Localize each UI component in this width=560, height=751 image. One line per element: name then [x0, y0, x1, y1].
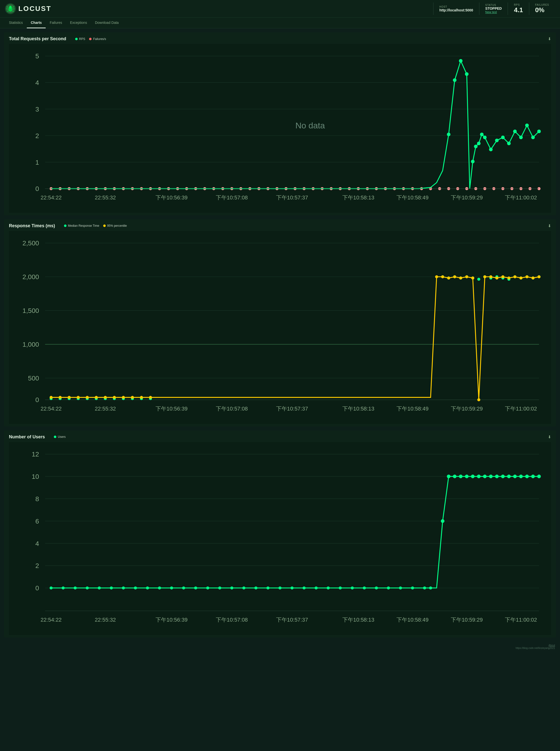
svg-text:下午10:58:13: 下午10:58:13: [342, 406, 375, 412]
svg-point-238: [441, 519, 445, 523]
svg-text:1: 1: [36, 159, 39, 166]
svg-point-208: [86, 586, 89, 589]
svg-point-85: [477, 141, 481, 145]
users-chart-header: Number of Users Users ⬇: [9, 435, 551, 440]
rps-legend-rps-label: RPS: [79, 37, 85, 41]
svg-text:下午10:58:49: 下午10:58:49: [397, 194, 428, 201]
svg-text:22:55:32: 22:55:32: [95, 617, 116, 623]
svg-text:下午10:56:39: 下午10:56:39: [156, 406, 187, 412]
response-download-icon[interactable]: ⬇: [548, 224, 551, 228]
svg-text:0: 0: [36, 584, 39, 592]
footer-about[interactable]: About: [548, 644, 555, 647]
svg-point-236: [423, 586, 426, 589]
svg-point-93: [519, 136, 523, 139]
svg-text:2,000: 2,000: [23, 273, 39, 281]
svg-text:22:54:22: 22:54:22: [40, 194, 62, 201]
svg-text:下午10:56:39: 下午10:56:39: [156, 194, 187, 201]
svg-point-248: [501, 475, 505, 478]
users-legend-users: Users: [54, 435, 65, 439]
users-chart-svg: 12 10 8 6 4 2 0: [9, 442, 551, 635]
svg-point-91: [507, 141, 511, 145]
tab-statistics[interactable]: Statistics: [5, 18, 27, 28]
svg-point-225: [291, 586, 294, 589]
svg-point-84: [474, 145, 478, 148]
svg-text:下午10:58:13: 下午10:58:13: [342, 194, 375, 201]
svg-point-173: [501, 275, 504, 278]
svg-point-246: [489, 475, 493, 478]
svg-point-172: [495, 276, 498, 280]
svg-point-83: [471, 160, 475, 163]
svg-point-167: [465, 275, 468, 278]
svg-text:1,500: 1,500: [23, 307, 39, 314]
svg-point-166: [459, 276, 462, 280]
svg-point-81: [459, 59, 463, 63]
svg-text:下午10:57:08: 下午10:57:08: [216, 617, 248, 623]
logo-area: LOCUST: [5, 3, 52, 14]
svg-point-90: [501, 136, 505, 139]
svg-point-179: [537, 275, 540, 278]
svg-point-162: [435, 275, 438, 278]
svg-text:下午10:57:37: 下午10:57:37: [276, 194, 308, 201]
rps-legend-failures-label: Failures/s: [93, 37, 106, 41]
rps-chart-svg: 5 4 3 2 1 0 No data: [9, 44, 551, 213]
status-value: STOPPED: [485, 6, 502, 11]
svg-text:下午10:57:08: 下午10:57:08: [216, 194, 248, 201]
svg-point-249: [507, 475, 511, 478]
svg-text:3: 3: [36, 105, 39, 113]
svg-point-175: [513, 275, 516, 278]
users-download-icon[interactable]: ⬇: [548, 435, 551, 439]
svg-point-213: [146, 586, 149, 589]
tab-exceptions[interactable]: Exceptions: [66, 18, 91, 28]
tab-failures[interactable]: Failures: [46, 18, 66, 28]
svg-text:下午11:00:02: 下午11:00:02: [505, 617, 537, 623]
svg-text:8: 8: [36, 495, 39, 503]
response-chart-header: Response Times (ms) Median Response Time…: [9, 223, 551, 229]
users-chart-card: Number of Users Users ⬇: [4, 430, 556, 637]
rps-legend-failures: Failures/s: [89, 37, 106, 41]
svg-text:22:55:32: 22:55:32: [95, 406, 116, 412]
rps-chart-header: Total Requests per Second RPS Failures/s…: [9, 36, 551, 41]
svg-point-94: [525, 123, 529, 127]
svg-text:6: 6: [36, 517, 39, 525]
svg-point-95: [531, 136, 535, 139]
rps-legend-rps: RPS: [75, 37, 85, 41]
svg-point-241: [459, 475, 463, 478]
svg-point-226: [303, 586, 306, 589]
svg-point-228: [327, 586, 330, 589]
failures-label: FAILURES: [535, 3, 549, 6]
tab-download-data[interactable]: Download Data: [91, 18, 123, 28]
svg-point-234: [399, 586, 402, 589]
host-block: HOST http://localhost:5000: [433, 2, 479, 15]
svg-text:0: 0: [36, 185, 39, 192]
svg-text:22:55:32: 22:55:32: [95, 194, 116, 201]
svg-text:下午10:58:13: 下午10:58:13: [342, 617, 375, 623]
footer: About https://blog.csdn.net/linzieyang20…: [0, 641, 560, 652]
svg-text:5: 5: [36, 52, 39, 60]
header: LOCUST HOST http://localhost:5000 STATUS…: [0, 0, 560, 18]
svg-point-177: [525, 275, 528, 278]
response-chart-container: 2,500 2,000 1,500 1,000 500 0: [9, 231, 551, 424]
users-chart-container: 12 10 8 6 4 2 0: [9, 442, 551, 635]
svg-point-220: [230, 586, 233, 589]
rps-download-icon[interactable]: ⬇: [548, 37, 551, 41]
svg-text:下午10:58:49: 下午10:58:49: [397, 617, 428, 623]
new-test-link[interactable]: New test: [485, 11, 502, 14]
failures-dot: [89, 38, 92, 40]
svg-text:下午10:57:08: 下午10:57:08: [216, 406, 248, 412]
svg-point-252: [525, 475, 529, 478]
svg-text:0: 0: [36, 396, 39, 404]
svg-text:下午10:56:39: 下午10:56:39: [156, 617, 187, 623]
svg-text:22:54:22: 22:54:22: [40, 406, 62, 412]
svg-point-237: [429, 586, 432, 589]
svg-text:下午10:58:49: 下午10:58:49: [397, 406, 428, 412]
tab-charts[interactable]: Charts: [27, 18, 46, 28]
svg-point-209: [98, 586, 101, 589]
svg-text:下午11:00:02: 下午11:00:02: [505, 406, 537, 412]
svg-point-212: [134, 586, 137, 589]
svg-point-206: [62, 586, 64, 589]
svg-point-235: [411, 586, 414, 589]
median-dot: [64, 225, 66, 227]
host-label: HOST: [439, 5, 473, 8]
svg-point-178: [532, 276, 535, 280]
failures-value: 0%: [535, 6, 549, 14]
